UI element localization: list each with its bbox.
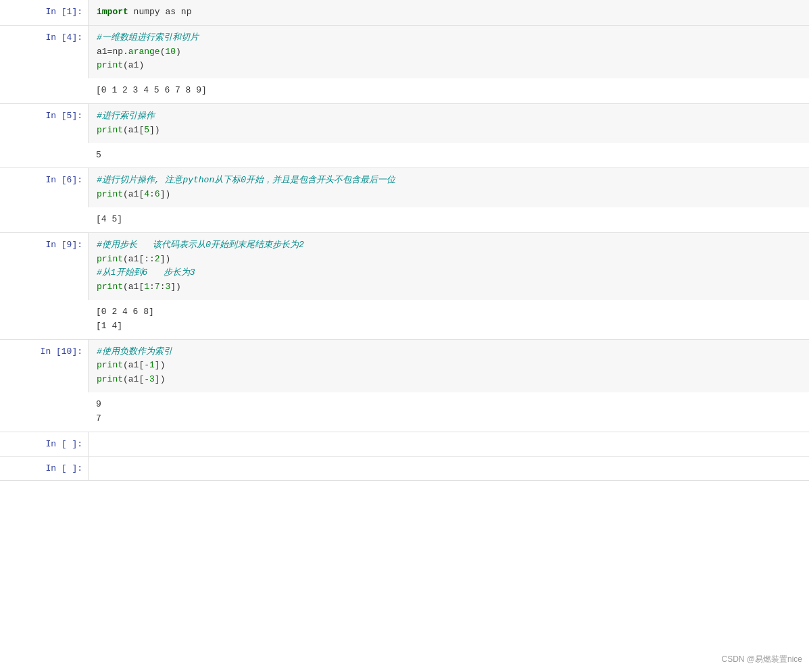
cell-label: In [ ]:	[0, 457, 88, 480]
cell-label: In [4]:	[0, 26, 88, 78]
output-label	[0, 392, 88, 432]
code-line: a1=np.arange(10)	[97, 45, 801, 59]
output-label	[0, 207, 88, 232]
cell-code[interactable]: #使用负数作为索引print(a1[-1])print(a1[-3])	[88, 340, 809, 392]
cell-code[interactable]	[88, 432, 809, 456]
cell-code[interactable]: #使用步长 该代码表示从0开始到末尾结束步长为2print(a1[::2])#从…	[88, 233, 809, 300]
cell-code[interactable]: #一维数组进行索引和切片a1=np.arange(10)print(a1)	[88, 26, 809, 78]
output-label	[0, 78, 88, 103]
cell-output-row: [0 2 4 6 8] [1 4]	[0, 300, 809, 339]
output-text: [4 5]	[88, 207, 809, 232]
code-line: #一维数组进行索引和切片	[97, 31, 801, 45]
cell-cell-4: In [4]:#一维数组进行索引和切片a1=np.arange(10)print…	[0, 26, 809, 104]
output-label	[0, 143, 88, 168]
cell-code[interactable]	[88, 457, 809, 480]
cell-input-row: In [6]:#进行切片操作, 注意python从下标0开始，并且是包含开头不包…	[0, 168, 809, 207]
cell-cell-1: In [1]:import numpy as np	[0, 0, 809, 26]
cell-cell-empty-1: In [ ]:	[0, 432, 809, 457]
watermark-text: CSDN @易燃装置nice	[721, 654, 802, 665]
code-line: #使用负数作为索引	[97, 345, 801, 359]
cell-input-row: In [10]:#使用负数作为索引print(a1[-1])print(a1[-…	[0, 340, 809, 392]
output-text: [0 1 2 3 4 5 6 7 8 9]	[88, 78, 809, 103]
cell-code[interactable]: #进行索引操作print(a1[5])	[88, 104, 809, 143]
cell-output-row: 5	[0, 143, 809, 168]
cell-cell-6: In [6]:#进行切片操作, 注意python从下标0开始，并且是包含开头不包…	[0, 168, 809, 232]
code-line: print(a1)	[97, 59, 801, 73]
notebook: In [1]:import numpy as npIn [4]:#一维数组进行索…	[0, 0, 809, 672]
code-line: #使用步长 该代码表示从0开始到末尾结束步长为2	[97, 238, 801, 253]
cell-output-row: [4 5]	[0, 207, 809, 232]
output-label	[0, 300, 88, 339]
code-line: #进行切片操作, 注意python从下标0开始，并且是包含开头不包含最后一位	[97, 174, 801, 188]
cell-code[interactable]: #进行切片操作, 注意python从下标0开始，并且是包含开头不包含最后一位pr…	[88, 168, 809, 207]
cell-cell-10: In [10]:#使用负数作为索引print(a1[-1])print(a1[-…	[0, 340, 809, 432]
code-line: print(a1[1:7:3])	[97, 280, 801, 294]
cell-label: In [5]:	[0, 104, 88, 143]
cell-code[interactable]: import numpy as np	[88, 0, 809, 25]
cell-label: In [6]:	[0, 168, 88, 207]
cell-output-row: 9 7	[0, 392, 809, 432]
cell-label: In [9]:	[0, 233, 88, 300]
output-text: [0 2 4 6 8] [1 4]	[88, 300, 809, 339]
code-line: import numpy as np	[97, 5, 801, 20]
code-line: print(a1[-3])	[97, 373, 801, 387]
code-line: #从1开始到6 步长为3	[97, 266, 801, 280]
cell-input-row: In [5]:#进行索引操作print(a1[5])	[0, 104, 809, 143]
code-line: print(a1[::2])	[97, 253, 801, 267]
cell-label: In [ ]:	[0, 432, 88, 456]
cell-label: In [1]:	[0, 0, 88, 25]
cell-cell-9: In [9]:#使用步长 该代码表示从0开始到末尾结束步长为2print(a1[…	[0, 233, 809, 340]
cell-cell-empty-2: In [ ]:	[0, 457, 809, 481]
code-line: print(a1[5])	[97, 124, 801, 138]
cell-input-row: In [9]:#使用步长 该代码表示从0开始到末尾结束步长为2print(a1[…	[0, 233, 809, 300]
code-line: #进行索引操作	[97, 109, 801, 124]
cell-input-row: In [ ]:	[0, 432, 809, 456]
cell-cell-5: In [5]:#进行索引操作print(a1[5]) 5	[0, 104, 809, 168]
cell-output-row: [0 1 2 3 4 5 6 7 8 9]	[0, 78, 809, 103]
code-line: print(a1[-1])	[97, 359, 801, 373]
cell-label: In [10]:	[0, 340, 88, 392]
cell-input-row: In [1]:import numpy as np	[0, 0, 809, 25]
output-text: 9 7	[88, 392, 809, 432]
output-text: 5	[88, 143, 809, 168]
code-line: print(a1[4:6])	[97, 188, 801, 202]
cell-input-row: In [4]:#一维数组进行索引和切片a1=np.arange(10)print…	[0, 26, 809, 78]
cell-input-row: In [ ]:	[0, 457, 809, 480]
